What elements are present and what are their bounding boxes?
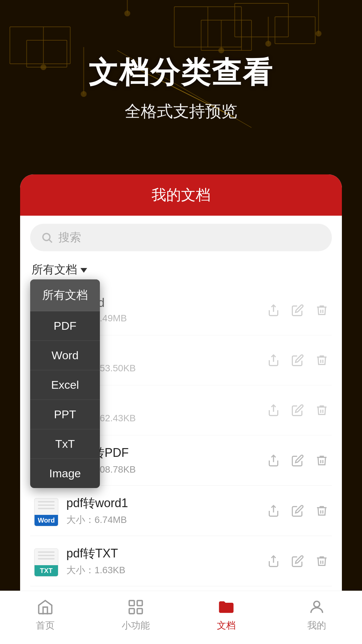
filter-option-image[interactable]: Image: [30, 459, 100, 488]
edit-icon[interactable]: [290, 453, 305, 468]
edit-icon[interactable]: [290, 554, 305, 569]
filter-button[interactable]: 所有文档: [30, 259, 332, 280]
nav-label-home: 首页: [36, 619, 55, 632]
file-size: 大小：1.63KB: [66, 564, 259, 577]
chevron-down-icon: [80, 268, 87, 273]
file-actions: [266, 554, 329, 569]
bottom-nav: 首页 小功能 文档 我的: [0, 591, 362, 644]
file-icon: TXT: [33, 546, 60, 577]
folder-icon: [217, 598, 236, 616]
filter-option-word[interactable]: Word: [30, 341, 100, 370]
nav-label-profile: 我的: [307, 619, 326, 632]
card-body: 搜索 所有文档 所有文档 PDF Word Excel PPT TxT Imag…: [20, 216, 342, 644]
card-title: 我的文档: [152, 186, 210, 203]
file-name: pdf转word1: [66, 495, 259, 512]
svg-point-37: [314, 601, 319, 607]
share-icon[interactable]: [266, 353, 281, 368]
delete-icon[interactable]: [314, 353, 329, 368]
file-name: pdf转TXT: [66, 545, 259, 562]
filter-label: 所有文档: [32, 262, 77, 277]
delete-icon[interactable]: [314, 403, 329, 418]
file-icon: Word: [33, 495, 60, 526]
filter-option-excel[interactable]: Excel: [30, 370, 100, 400]
filter-option-txt[interactable]: TxT: [30, 429, 100, 459]
card-header: 我的文档: [20, 174, 342, 216]
filter-option-ppt[interactable]: PPT: [30, 400, 100, 429]
file-actions: [266, 303, 329, 318]
home-icon: [36, 598, 55, 616]
delete-icon[interactable]: [314, 554, 329, 569]
share-icon[interactable]: [266, 554, 281, 569]
grid-icon: [126, 598, 145, 616]
file-info: pdf转word1 大小：6.74MB: [66, 495, 259, 526]
edit-icon[interactable]: [290, 503, 305, 518]
svg-rect-33: [129, 601, 134, 606]
file-size: 大小：6.74MB: [66, 514, 259, 526]
hero-section: 文档分类查看 全格式支持预览: [0, 0, 362, 174]
search-placeholder: 搜索: [58, 230, 81, 245]
hero-title: 文档分类查看: [88, 53, 274, 93]
file-info: pdf转TXT 大小：1.63KB: [66, 545, 259, 577]
share-icon[interactable]: [266, 503, 281, 518]
svg-point-24: [43, 233, 50, 240]
main-card: 我的文档 搜索 所有文档 所有文档 PDF Word Excel PPT: [20, 174, 342, 644]
nav-label-tools: 小功能: [122, 619, 150, 632]
search-bar[interactable]: 搜索: [30, 224, 332, 251]
svg-rect-36: [137, 608, 142, 613]
delete-icon[interactable]: [314, 453, 329, 468]
search-icon: [41, 231, 53, 244]
nav-item-tools[interactable]: 小功能: [112, 598, 159, 632]
delete-icon[interactable]: [314, 503, 329, 518]
file-actions: [266, 503, 329, 518]
edit-icon[interactable]: [290, 303, 305, 318]
share-icon[interactable]: [266, 403, 281, 418]
file-actions: [266, 403, 329, 418]
filter-option-pdf[interactable]: PDF: [30, 311, 100, 341]
hero-subtitle: 全格式支持预览: [125, 101, 237, 122]
edit-icon[interactable]: [290, 403, 305, 418]
filter-dropdown: 所有文档 PDF Word Excel PPT TxT Image: [30, 279, 100, 488]
filter-row: 所有文档 所有文档 PDF Word Excel PPT TxT Image: [30, 259, 332, 280]
table-row[interactable]: Word pdf转word1 大小：6.74MB: [30, 486, 332, 536]
file-actions: [266, 353, 329, 368]
svg-rect-35: [129, 608, 134, 613]
filter-option-all[interactable]: 所有文档: [30, 279, 100, 311]
share-icon[interactable]: [266, 303, 281, 318]
nav-item-home[interactable]: 首页: [22, 598, 69, 632]
nav-item-docs[interactable]: 文档: [203, 598, 250, 632]
edit-icon[interactable]: [290, 353, 305, 368]
user-icon: [307, 598, 326, 616]
table-row[interactable]: TXT pdf转TXT 大小：1.63KB: [30, 536, 332, 586]
share-icon[interactable]: [266, 453, 281, 468]
file-actions: [266, 453, 329, 468]
svg-line-25: [49, 240, 52, 243]
delete-icon[interactable]: [314, 303, 329, 318]
nav-label-docs: 文档: [217, 619, 236, 632]
svg-rect-34: [137, 601, 142, 606]
nav-item-profile[interactable]: 我的: [293, 598, 340, 632]
